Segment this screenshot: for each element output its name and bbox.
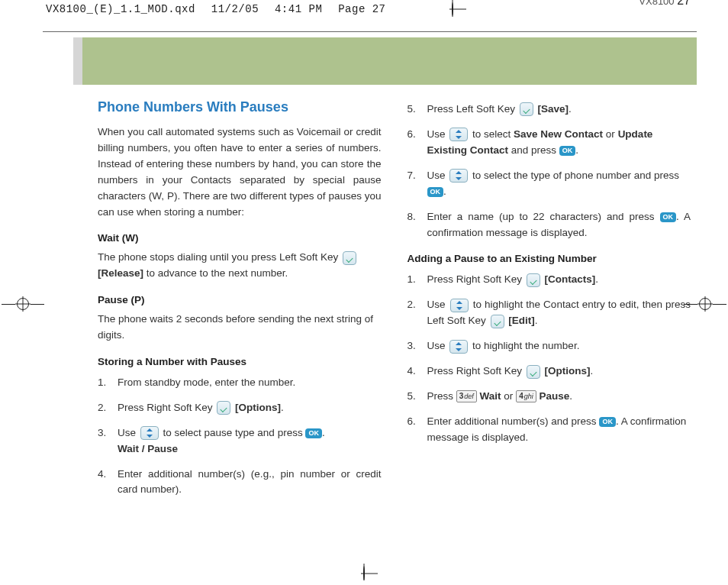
left-soft-key-icon bbox=[520, 102, 533, 116]
text: [Options] bbox=[235, 402, 281, 413]
list-item: Enter additional number(s) (e.g., pin nu… bbox=[98, 467, 382, 499]
list-item: Use to select the type of phone number a… bbox=[407, 168, 691, 200]
text: . bbox=[535, 315, 538, 326]
text: to select the type of phone number and p… bbox=[472, 170, 679, 181]
text: Press Right Soft Key bbox=[118, 402, 215, 413]
footer-page-number: 27 bbox=[677, 0, 691, 7]
text: Use bbox=[427, 128, 449, 140]
text: . bbox=[443, 186, 446, 197]
text: Enter additional number(s) and press bbox=[427, 415, 600, 427]
text: . bbox=[575, 144, 578, 156]
list-item: Press Left Soft Key [Save]. bbox=[407, 102, 691, 118]
subhead-pause: Pause (P) bbox=[98, 292, 382, 309]
text: Press Right Soft Key bbox=[427, 365, 525, 377]
intro-paragraph: When you call automated systems such as … bbox=[98, 124, 382, 221]
list-item: Enter a name (up to 22 characters) and p… bbox=[407, 209, 691, 241]
text: [Contacts] bbox=[545, 273, 596, 285]
right-soft-key-icon bbox=[527, 365, 540, 379]
nav-key-icon bbox=[450, 299, 469, 312]
text: [Save] bbox=[538, 103, 569, 115]
text: Wait bbox=[480, 390, 501, 402]
adding-steps: Press Right Soft Key [Contacts]. Use to … bbox=[407, 272, 691, 445]
text: Use bbox=[118, 427, 139, 438]
header-band bbox=[82, 37, 697, 85]
nav-key-icon bbox=[449, 128, 468, 141]
list-item: Press Right Soft Key [Options]. bbox=[98, 400, 382, 416]
ok-key-icon: OK bbox=[305, 428, 322, 438]
nav-key-icon bbox=[140, 426, 159, 440]
text: [Options] bbox=[545, 365, 591, 377]
text: Use bbox=[427, 299, 449, 310]
list-item: Use to select Save New Contact or Update… bbox=[407, 127, 691, 159]
text: Use bbox=[427, 170, 449, 181]
list-item: From standby mode, enter the number. bbox=[98, 375, 382, 391]
list-item: Use to highlight the Contact entry to ed… bbox=[407, 297, 691, 329]
nav-key-icon bbox=[449, 340, 468, 354]
text: to advance to the next number. bbox=[143, 267, 288, 279]
footer-model: VX8100 bbox=[639, 0, 674, 7]
text: [Release] bbox=[98, 267, 143, 279]
text: to select bbox=[472, 128, 514, 140]
right-soft-key-icon bbox=[527, 273, 540, 287]
text: From standby mode, enter the number. bbox=[118, 377, 295, 388]
left-soft-key-icon bbox=[491, 315, 504, 328]
list-item: Press Right Soft Key [Contacts]. bbox=[407, 272, 691, 288]
subhead-storing: Storing a Number with Pauses bbox=[98, 354, 382, 370]
registration-mark-icon bbox=[2, 298, 44, 310]
preflight-time: 4:41 PM bbox=[275, 3, 322, 15]
rule-line bbox=[43, 31, 697, 32]
text: Enter a name (up to 22 characters) and p… bbox=[427, 211, 660, 222]
text: and press bbox=[508, 144, 559, 156]
text: . bbox=[569, 103, 572, 115]
text: . bbox=[569, 390, 572, 402]
list-item: Use to select pause type and press OK. W… bbox=[98, 425, 382, 457]
page-frame: Phone Numbers With Pauses When you call … bbox=[42, 17, 697, 33]
list-item: Use to highlight the number. bbox=[407, 338, 691, 354]
right-soft-key-icon bbox=[217, 401, 230, 415]
pause-text: The phone waits 2 seconds before sending… bbox=[98, 312, 382, 344]
text: to select pause type and press bbox=[163, 427, 306, 438]
text: Use bbox=[427, 340, 449, 351]
storing-steps-cont: Press Left Soft Key [Save]. Use to selec… bbox=[407, 102, 691, 241]
text: Wait / Pause bbox=[118, 441, 382, 457]
text: Save New Contact bbox=[514, 128, 603, 140]
ok-key-icon: OK bbox=[427, 187, 444, 197]
text: Enter additional number(s) (e.g., pin nu… bbox=[118, 468, 382, 496]
subhead-adding: Adding a Pause to an Existing Number bbox=[407, 251, 691, 267]
preflight-page: Page 27 bbox=[338, 3, 385, 15]
list-item: Press Right Soft Key [Options]. bbox=[407, 364, 691, 380]
text: Press Left Soft Key bbox=[427, 103, 518, 115]
subhead-wait: Wait (W) bbox=[98, 231, 382, 247]
text: The phone stops dialing until you press … bbox=[98, 251, 341, 263]
keypad-3-icon: 3def bbox=[456, 390, 477, 402]
text: Press bbox=[427, 390, 456, 402]
text: or bbox=[603, 128, 618, 140]
text: . bbox=[591, 365, 594, 377]
text: . bbox=[281, 402, 284, 413]
registration-mark-icon bbox=[363, 567, 365, 580]
ok-key-icon: OK bbox=[559, 146, 576, 156]
text: Press Right Soft Key bbox=[427, 273, 525, 285]
registration-mark-icon bbox=[452, 3, 453, 15]
text: Pause bbox=[539, 390, 569, 402]
list-item: Press 3def Wait or 4ghi Pause. bbox=[407, 389, 691, 405]
text: . bbox=[595, 273, 598, 285]
storing-steps: From standby mode, enter the number. Pre… bbox=[98, 375, 382, 499]
page-footer: VX8100 27 bbox=[639, 0, 691, 8]
left-soft-key-icon bbox=[343, 251, 356, 265]
text: to highlight the number. bbox=[472, 340, 579, 351]
list-item: Enter additional number(s) and press OK.… bbox=[407, 414, 691, 446]
preflight-date: 11/2/05 bbox=[211, 3, 259, 15]
ok-key-icon: OK bbox=[599, 417, 616, 427]
text: . bbox=[322, 427, 325, 438]
preflight-header: VX8100_(E)_1.1_MOD.qxd 11/2/05 4:41 PM P… bbox=[0, 0, 728, 15]
text: or bbox=[501, 390, 517, 402]
keypad-4-icon: 4ghi bbox=[516, 390, 536, 402]
nav-key-icon bbox=[449, 169, 468, 183]
section-title: Phone Numbers With Pauses bbox=[98, 97, 382, 118]
text: [Edit] bbox=[508, 315, 535, 326]
ok-key-icon: OK bbox=[660, 212, 677, 222]
wait-text: The phone stops dialing until you press … bbox=[98, 250, 382, 282]
preflight-filename: VX8100_(E)_1.1_MOD.qxd bbox=[46, 3, 195, 15]
